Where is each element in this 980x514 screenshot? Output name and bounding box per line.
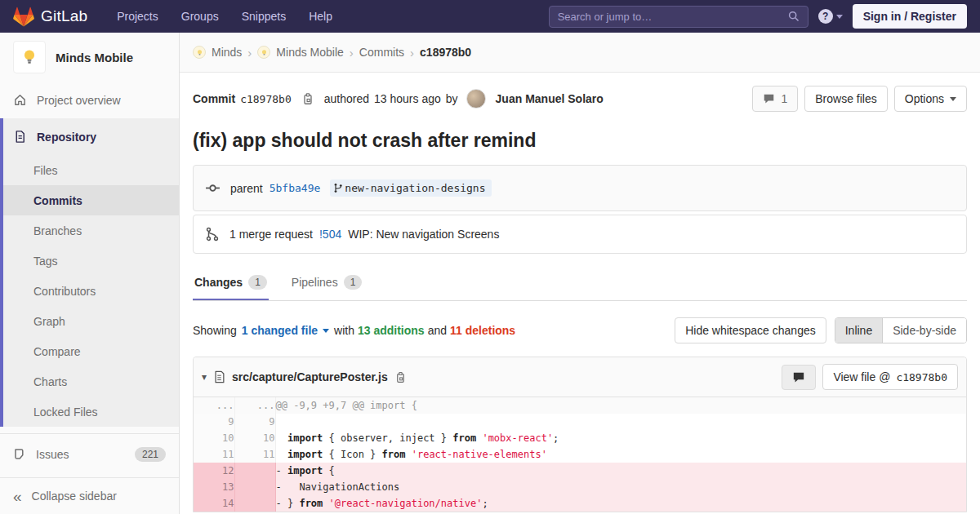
mr-ref-link[interactable]: !504 xyxy=(319,228,341,241)
sidebar-item-branches[interactable]: Branches xyxy=(3,215,179,246)
copy-clipboard-icon[interactable] xyxy=(301,92,314,105)
commit-sha: c18978b0 xyxy=(240,93,292,105)
lightbulb-icon xyxy=(20,48,38,66)
copy-clipboard-icon[interactable] xyxy=(394,371,407,383)
project-context-header[interactable]: Minds Mobile xyxy=(0,33,179,82)
old-line-number[interactable]: 11 xyxy=(194,446,234,463)
comment-count-button[interactable]: 1 xyxy=(752,86,798,112)
nav-groups[interactable]: Groups xyxy=(173,5,227,28)
sign-in-register-button[interactable]: Sign in / Register xyxy=(853,4,967,29)
diff-line-content: - import { xyxy=(275,463,966,479)
new-line-number[interactable] xyxy=(234,495,275,512)
diff-row: 12- import { xyxy=(194,463,966,479)
lightbulb-icon xyxy=(196,49,203,56)
collapse-sidebar-button[interactable]: « Collapse sidebar xyxy=(0,477,179,514)
sidebar-item-compare[interactable]: Compare xyxy=(3,336,179,366)
commit-icon xyxy=(205,180,220,196)
old-line-number[interactable]: 9 xyxy=(194,414,234,430)
sidebar-item-contributors[interactable]: Contributors xyxy=(3,276,179,306)
deletions-count: 11 deletions xyxy=(450,324,515,337)
issues-count-badge: 221 xyxy=(135,447,166,462)
diff-file-card: ▾ src/capture/CapturePoster.js xyxy=(193,357,967,512)
commit-author-name[interactable]: Juan Manuel Solaro xyxy=(496,92,604,105)
gitlab-logo[interactable]: GitLab xyxy=(13,7,87,27)
side-by-side-view-button[interactable]: Side-by-side xyxy=(882,318,966,343)
diff-file-path[interactable]: src/capture/CapturePoster.js xyxy=(232,370,388,383)
new-line-number[interactable]: 9 xyxy=(234,414,275,430)
tab-pipelines[interactable]: Pipelines 1 xyxy=(290,265,364,300)
breadcrumb-link-minds[interactable]: Minds xyxy=(212,46,242,59)
merge-request-box: 1 merge request !504 WIP: New navigation… xyxy=(193,215,967,254)
diff-row: 99 xyxy=(194,414,966,430)
browse-files-button[interactable]: Browse files xyxy=(804,86,887,112)
nav-snippets[interactable]: Snippets xyxy=(234,5,294,28)
commit-parent-box: parent 5bfba49e new-navigation-designs xyxy=(193,165,967,211)
sidebar-item-commits[interactable]: Commits xyxy=(3,185,179,215)
file-comment-button[interactable] xyxy=(782,365,816,390)
changed-files-dropdown[interactable]: 1 changed file xyxy=(242,324,318,337)
commit-label: Commit xyxy=(193,92,235,105)
nav-help[interactable]: Help xyxy=(301,5,341,28)
additions-count: 13 additions xyxy=(358,324,425,337)
breadcrumb: Minds › Minds Mobile › Commits › c18978b… xyxy=(180,33,980,73)
inline-view-button[interactable]: Inline xyxy=(835,318,882,343)
branch-name: new-navigation-designs xyxy=(345,182,485,194)
diff-row: 1010 import { observer, inject } from 'm… xyxy=(194,430,966,446)
diff-line-content: - } from '@react-navigation/native'; xyxy=(275,495,966,512)
merge-request-icon xyxy=(205,227,220,241)
sidebar-item-charts[interactable]: Charts xyxy=(3,366,179,397)
double-chevron-left-icon: « xyxy=(13,489,22,504)
sidebar-item-label: Issues xyxy=(36,448,69,461)
diff-line-content: @@ -9,9 +9,7 @@ import { xyxy=(275,397,966,414)
diff-view-toggle: Inline Side-by-side xyxy=(835,317,967,343)
old-line-number[interactable]: 12 xyxy=(194,463,234,479)
tab-count-badge: 1 xyxy=(344,275,363,290)
issues-icon xyxy=(13,448,26,461)
collapse-file-caret-icon[interactable]: ▾ xyxy=(202,371,207,383)
view-file-label: View file @ xyxy=(833,370,890,383)
tab-count-badge: 1 xyxy=(248,275,267,290)
chevron-down-icon xyxy=(836,15,843,19)
breadcrumb-separator: › xyxy=(247,46,252,60)
view-file-sha: c18978b0 xyxy=(896,371,947,383)
view-file-button[interactable]: View file @ c18978b0 xyxy=(822,364,958,390)
old-line-number[interactable]: 13 xyxy=(194,479,234,495)
parent-sha-link[interactable]: 5bfba49e xyxy=(270,182,321,194)
mr-count-text: 1 merge request xyxy=(229,228,313,241)
author-avatar[interactable] xyxy=(466,89,486,109)
tab-label: Changes xyxy=(194,276,243,289)
new-line-number[interactable]: ... xyxy=(234,397,275,414)
sidebar-item-project-overview[interactable]: Project overview xyxy=(0,82,179,118)
search-input[interactable] xyxy=(558,11,788,23)
new-line-number[interactable] xyxy=(234,479,275,495)
sidebar-item-repository[interactable]: Repository xyxy=(3,118,179,155)
mr-title: WIP: New navigation Screens xyxy=(348,228,499,241)
old-line-number[interactable]: ... xyxy=(194,397,234,414)
breadcrumb-link-commits[interactable]: Commits xyxy=(359,46,404,59)
top-navigation-bar: GitLab Projects Groups Snippets Help ? S… xyxy=(0,0,980,33)
search-box[interactable] xyxy=(549,6,808,28)
sidebar-item-files[interactable]: Files xyxy=(3,155,179,185)
commit-header: Commit c18978b0 authored 13 hours ago by… xyxy=(193,73,967,122)
showing-text: Showing xyxy=(193,324,237,337)
hide-whitespace-button[interactable]: Hide whitespace changes xyxy=(675,317,826,343)
sidebar-item-locked-files[interactable]: Locked Files xyxy=(3,397,179,427)
tab-changes[interactable]: Changes 1 xyxy=(193,265,269,300)
logo-text: GitLab xyxy=(41,7,87,25)
help-menu[interactable]: ? xyxy=(818,9,843,24)
nav-projects[interactable]: Projects xyxy=(109,5,167,28)
diff-row: ......@@ -9,9 +9,7 @@ import { xyxy=(194,397,966,414)
breadcrumb-link-minds-mobile[interactable]: Minds Mobile xyxy=(276,46,343,59)
old-line-number[interactable]: 14 xyxy=(194,495,234,512)
sidebar-item-issues[interactable]: Issues 221 xyxy=(0,433,179,474)
breadcrumb-separator: › xyxy=(410,46,414,60)
sidebar-item-tags[interactable]: Tags xyxy=(3,246,179,276)
old-line-number[interactable]: 10 xyxy=(194,430,234,446)
new-line-number[interactable]: 11 xyxy=(234,446,275,463)
sidebar-item-graph[interactable]: Graph xyxy=(3,306,179,336)
options-dropdown-button[interactable]: Options xyxy=(894,86,967,112)
new-line-number[interactable]: 10 xyxy=(234,430,275,446)
home-icon xyxy=(13,93,27,107)
new-line-number[interactable] xyxy=(234,463,275,479)
branch-badge[interactable]: new-navigation-designs xyxy=(330,179,491,197)
